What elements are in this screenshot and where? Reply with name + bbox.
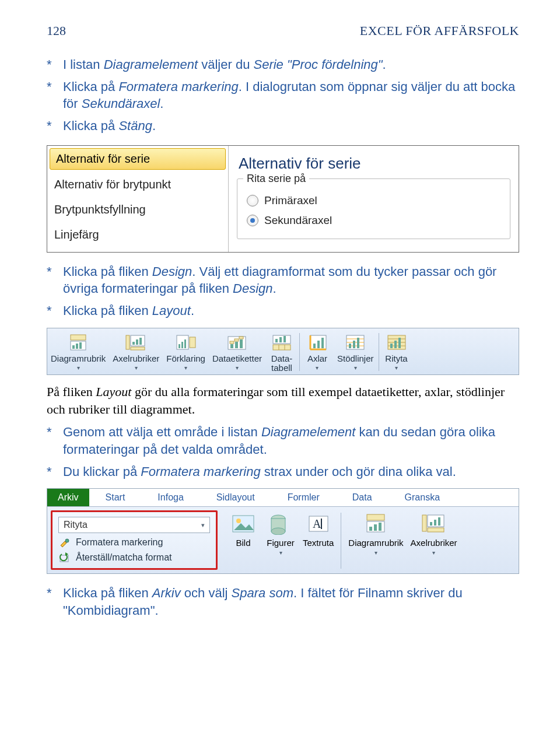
- ribbon-chart-title[interactable]: Diagramrubrik ▾: [47, 331, 109, 373]
- ribbon-shapes[interactable]: Figurer ▾: [262, 509, 299, 572]
- ribbon-plot-area[interactable]: Rityta ▾: [380, 331, 413, 373]
- step-item: * Genom att välja ett område i listan Di…: [47, 423, 519, 458]
- chart-elements-combo[interactable]: Rityta ▾: [58, 517, 210, 533]
- chart-title-icon: [65, 332, 91, 353]
- svg-rect-13: [181, 342, 183, 348]
- body-paragraph: På fliken Layout gör du alla formatering…: [47, 383, 519, 418]
- step-item: * Klicka på Formatera markering. I dialo…: [47, 78, 519, 113]
- dialog-panel-title: Alternativ för serie: [239, 155, 361, 173]
- chevron-down-icon: ▾: [432, 549, 435, 556]
- step-item: * Klicka på Stäng.: [47, 117, 519, 135]
- ribbon-data-table[interactable]: Data- tabell: [265, 331, 298, 373]
- svg-rect-3: [76, 344, 78, 349]
- groupbox-label: Rita serie på: [243, 173, 309, 185]
- svg-rect-19: [240, 339, 243, 348]
- tab-sidlayout[interactable]: Sidlayout: [200, 489, 271, 506]
- step-item: * Du klickar på Formatera markering stra…: [47, 463, 519, 481]
- svg-rect-59: [321, 519, 322, 529]
- svg-rect-7: [132, 342, 135, 345]
- textbox-icon: A: [303, 510, 334, 537]
- svg-rect-25: [279, 337, 282, 342]
- tab-granska[interactable]: Granska: [388, 489, 456, 506]
- page-number: 128: [47, 23, 66, 38]
- ribbon-legend[interactable]: Förklaring ▾: [163, 331, 209, 373]
- dialog-category-item[interactable]: Alternativ för brytpunkt: [47, 172, 228, 197]
- dialog-category-item[interactable]: Linjefärg: [47, 222, 228, 247]
- reset-match-button[interactable]: Återställ/matcha format: [58, 552, 210, 563]
- legend-icon: [173, 332, 199, 353]
- chevron-down-icon: ▾: [374, 549, 377, 556]
- reset-icon: [58, 552, 71, 563]
- svg-rect-24: [275, 339, 278, 342]
- tab-arkiv[interactable]: Arkiv: [47, 489, 89, 506]
- data-table-icon: [269, 332, 295, 353]
- chevron-down-icon: ▾: [201, 521, 205, 529]
- chevron-down-icon: ▾: [354, 365, 357, 371]
- dialog-category-selected[interactable]: Alternativ för serie: [50, 148, 226, 170]
- svg-rect-47: [390, 344, 393, 348]
- svg-rect-40: [349, 344, 351, 348]
- svg-rect-4: [79, 342, 82, 349]
- ribbon-data-labels[interactable]: Dataetiketter ▾: [209, 331, 265, 373]
- radio-primary-axis[interactable]: Primäraxel: [247, 191, 501, 211]
- svg-point-56: [271, 528, 285, 535]
- ribbon-tabs: Arkiv Start Infoga Sidlayout Formler Dat…: [47, 489, 519, 507]
- ribbon-picture[interactable]: Bild: [225, 509, 262, 572]
- ribbon-axis-titles[interactable]: Axelrubriker ▾: [109, 331, 163, 373]
- dialog-category-list: Alternativ för serie Alternativ för bryt…: [47, 146, 229, 252]
- format-selection-button[interactable]: Formatera markering: [58, 537, 210, 548]
- svg-rect-67: [430, 522, 432, 526]
- tab-start[interactable]: Start: [89, 489, 142, 506]
- data-labels-icon: [224, 332, 250, 353]
- svg-text:A: A: [313, 517, 321, 530]
- chevron-down-icon: ▾: [135, 365, 138, 371]
- ribbon-chart-title-2[interactable]: Diagramrubrik ▾: [345, 509, 407, 572]
- svg-rect-18: [235, 342, 238, 348]
- svg-rect-9: [139, 338, 142, 345]
- radio-icon: [247, 215, 258, 226]
- gridlines-icon: [342, 332, 368, 353]
- step-item: * Klicka på fliken Layout.: [47, 302, 519, 320]
- tab-formler[interactable]: Formler: [271, 489, 336, 506]
- svg-rect-33: [313, 344, 316, 348]
- bullet-asterisk: *: [47, 56, 63, 73]
- shapes-icon: [265, 510, 296, 537]
- picture-icon: [228, 510, 258, 537]
- svg-rect-34: [317, 341, 320, 348]
- radio-icon: [247, 195, 258, 206]
- svg-rect-15: [190, 337, 195, 348]
- svg-rect-41: [353, 341, 355, 348]
- ribbon-axes[interactable]: Axlar ▾: [301, 331, 334, 373]
- svg-rect-5: [126, 335, 130, 349]
- svg-rect-64: [379, 523, 382, 531]
- svg-rect-48: [394, 341, 397, 348]
- chevron-down-icon: ▾: [279, 549, 282, 556]
- svg-rect-65: [422, 515, 426, 531]
- tab-infoga[interactable]: Infoga: [141, 489, 200, 506]
- ribbon-axis-titles-2[interactable]: Axelrubriker ▾: [407, 509, 461, 572]
- chevron-down-icon: ▾: [77, 365, 80, 371]
- svg-rect-17: [230, 344, 233, 348]
- svg-rect-21: [235, 339, 239, 341]
- svg-rect-0: [71, 335, 86, 340]
- svg-rect-2: [72, 345, 75, 349]
- svg-rect-63: [374, 524, 377, 531]
- format-series-dialog: Alternativ för serie Alternativ för bryt…: [47, 145, 519, 253]
- svg-rect-20: [230, 341, 234, 344]
- axis-titles-icon: [123, 332, 149, 353]
- tab-data[interactable]: Data: [336, 489, 388, 506]
- chevron-down-icon: ▾: [316, 365, 318, 371]
- dialog-category-item[interactable]: Brytpunktsfyllning: [47, 197, 228, 222]
- step-item: * I listan Diagramelement väljer du Seri…: [47, 56, 519, 73]
- svg-rect-69: [438, 517, 440, 526]
- ribbon-full: Arkiv Start Infoga Sidlayout Formler Dat…: [47, 488, 519, 574]
- svg-rect-12: [178, 344, 180, 348]
- ribbon-gridlines[interactable]: Stödlinjer ▾: [334, 331, 377, 373]
- radio-secondary-axis[interactable]: Sekundäraxel: [247, 211, 501, 230]
- ribbon-textbox[interactable]: A Textruta: [299, 509, 337, 572]
- step-item: * Klicka på fliken Design. Välj ett diag…: [47, 263, 519, 297]
- layout-ribbon-group: Diagramrubrik ▾ Axelrubriker ▾ Förklarin…: [47, 328, 519, 375]
- format-selection-icon: [58, 537, 71, 548]
- svg-rect-42: [357, 338, 359, 348]
- svg-rect-14: [184, 339, 186, 348]
